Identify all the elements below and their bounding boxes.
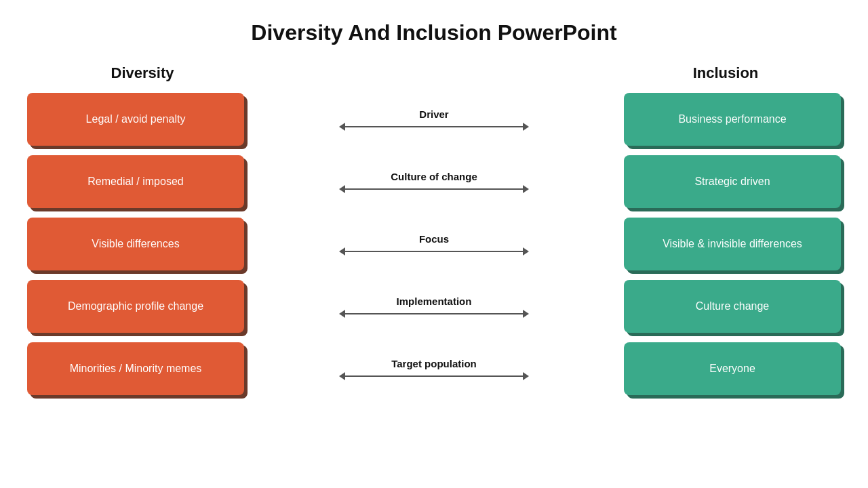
- connector-0: Driver: [244, 108, 624, 131]
- connector-label-2: Focus: [419, 233, 449, 245]
- column-headers: Diversity Inclusion: [27, 64, 841, 82]
- table-row: Legal / avoid penalty Driver Business pe…: [27, 92, 841, 147]
- connector-label-1: Culture of change: [391, 171, 477, 182]
- right-box-2: Visible & invisible differences: [624, 218, 841, 270]
- arrowhead-left-0: [339, 123, 345, 131]
- page: Diversity And Inclusion PowerPoint Diver…: [0, 0, 868, 488]
- left-box-4: Minorities / Minority memes: [27, 342, 244, 395]
- left-box-0: Legal / avoid penalty: [27, 93, 244, 146]
- page-title: Diversity And Inclusion PowerPoint: [251, 20, 616, 45]
- arrowhead-right-4: [523, 372, 529, 380]
- connector-4: Target population: [244, 358, 624, 380]
- right-box-3: Culture change: [624, 280, 841, 333]
- connector-2: Focus: [244, 233, 624, 256]
- table-row: Remedial / imposed Culture of change Str…: [27, 154, 841, 209]
- arrow-shaft-1: [345, 188, 523, 190]
- right-box-0: Business performance: [624, 93, 841, 146]
- arrowhead-right-0: [523, 123, 529, 131]
- arrow-shaft-0: [345, 126, 523, 127]
- arrowhead-left-3: [339, 310, 345, 318]
- right-box-4: Everyone: [624, 342, 841, 395]
- left-box-3: Demographic profile change: [27, 280, 244, 333]
- arrowhead-right-3: [523, 310, 529, 318]
- arrow-shaft-4: [345, 375, 523, 377]
- left-box-2: Visible differences: [27, 218, 244, 270]
- connector-3: Implementation: [244, 296, 624, 318]
- table-row: Demographic profile change Implementatio…: [27, 279, 841, 334]
- rows-container: Legal / avoid penalty Driver Business pe…: [27, 92, 841, 396]
- connector-label-3: Implementation: [397, 296, 472, 307]
- connector-label-4: Target population: [391, 358, 477, 369]
- arrowhead-left-2: [339, 247, 345, 256]
- table-row: Minorities / Minority memes Target popul…: [27, 341, 841, 396]
- arrowhead-right-2: [523, 247, 529, 256]
- right-column-header: Inclusion: [610, 64, 841, 82]
- arrowhead-left-1: [339, 185, 345, 193]
- arrow-3: [339, 310, 529, 318]
- right-box-1: Strategic driven: [624, 155, 841, 208]
- arrow-shaft-3: [345, 313, 523, 314]
- arrow-0: [339, 123, 529, 131]
- arrow-shaft-2: [345, 251, 523, 252]
- arrow-1: [339, 185, 529, 193]
- connector-label-0: Driver: [419, 108, 448, 120]
- arrow-2: [339, 247, 529, 256]
- arrow-4: [339, 372, 529, 380]
- connector-1: Culture of change: [244, 171, 624, 193]
- left-column-header: Diversity: [27, 64, 258, 82]
- table-row: Visible differences Focus Visible & invi…: [27, 216, 841, 272]
- left-box-1: Remedial / imposed: [27, 155, 244, 208]
- arrowhead-right-1: [523, 185, 529, 193]
- arrowhead-left-4: [339, 372, 345, 380]
